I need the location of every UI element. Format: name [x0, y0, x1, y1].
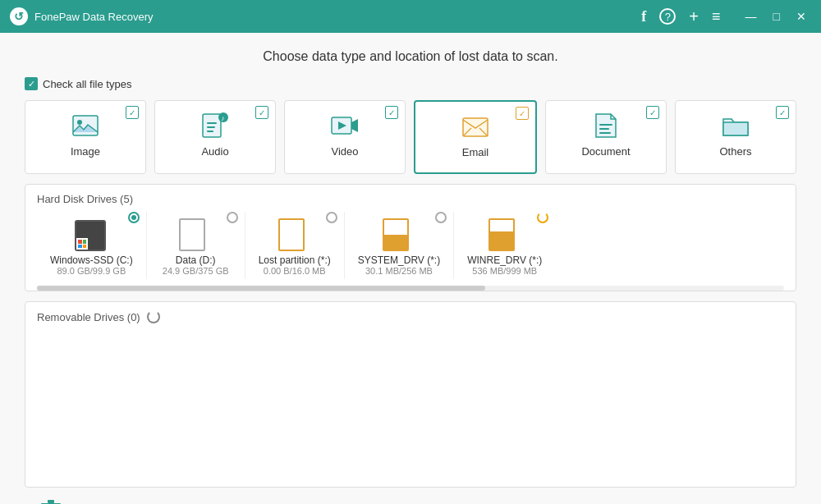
removable-drives-title: Removable Drives (0) — [37, 310, 784, 323]
svg-rect-2 — [203, 114, 221, 137]
svg-point-1 — [77, 120, 82, 125]
title-bar: FonePaw Data Recovery f ? + ≡ — □ ✕ — [0, 0, 821, 33]
recycle-bin-item[interactable]: Recycle Bin — [25, 500, 76, 504]
document-checkbox[interactable]: ✓ — [646, 106, 659, 119]
refresh-icon[interactable] — [147, 310, 160, 323]
svg-rect-5 — [207, 122, 217, 124]
others-icon — [721, 111, 750, 140]
close-button[interactable]: ✕ — [791, 8, 811, 25]
drive-sys-name: SYSTEM_DRV (*:) — [358, 254, 440, 266]
page-title: Choose data type and location of lost da… — [25, 49, 796, 64]
audio-label: Audio — [201, 145, 228, 158]
hard-disk-title: Hard Disk Drives (5) — [37, 193, 784, 205]
email-label: Email — [462, 146, 489, 158]
drive-d-radio[interactable] — [227, 212, 238, 223]
video-icon — [330, 111, 360, 140]
menu-icon[interactable]: ≡ — [712, 8, 721, 25]
main-content: Choose data type and location of lost da… — [0, 33, 821, 504]
svg-text:♪: ♪ — [221, 114, 225, 122]
svg-rect-17 — [723, 122, 748, 135]
image-label: Image — [71, 145, 100, 158]
drive-d-name: Data (D:) — [176, 254, 216, 266]
email-checkbox[interactable]: ✓ — [516, 107, 529, 120]
drive-d[interactable]: Data (D:) 24.9 GB/375 GB — [147, 212, 245, 279]
svg-rect-14 — [599, 124, 612, 126]
drive-c[interactable]: Windows-SSD (C:) 89.0 GB/99.9 GB — [37, 212, 147, 279]
svg-rect-6 — [207, 126, 215, 128]
check-all-checkbox[interactable] — [25, 77, 38, 90]
others-checkbox[interactable]: ✓ — [776, 106, 789, 119]
drive-sys-size: 30.1 MB/256 MB — [365, 266, 433, 276]
check-all-row[interactable]: Check all file types — [25, 77, 796, 90]
video-checkbox[interactable]: ✓ — [385, 106, 398, 119]
drive-winre-icon — [488, 215, 521, 251]
app-title: FonePaw Data Recovery — [34, 11, 154, 23]
file-type-others[interactable]: ✓ Others — [675, 100, 796, 174]
support-icon[interactable]: ? — [659, 8, 676, 25]
image-icon — [71, 111, 100, 140]
drive-c-radio[interactable] — [128, 212, 140, 223]
drive-sys-radio[interactable] — [435, 212, 447, 223]
document-icon — [591, 111, 621, 140]
plus-icon[interactable]: + — [689, 7, 699, 26]
removable-drives-section: Removable Drives (0) — [25, 301, 796, 488]
minimize-button[interactable]: — — [741, 8, 762, 25]
drive-winre-radio[interactable] — [537, 212, 548, 223]
document-label: Document — [581, 145, 630, 158]
drive-lost-size: 0.00 B/16.0 MB — [264, 266, 326, 276]
drive-sys-icon — [383, 215, 415, 251]
drive-d-icon — [179, 215, 212, 251]
video-label: Video — [331, 145, 358, 158]
svg-rect-20 — [48, 500, 54, 503]
file-type-email[interactable]: ✓ Email — [414, 100, 537, 174]
svg-rect-15 — [599, 128, 609, 130]
recycle-bin-icon — [41, 500, 61, 504]
check-all-label: Check all file types — [43, 78, 131, 90]
file-type-document[interactable]: ✓ Document — [545, 100, 667, 174]
title-bar-left: FonePaw Data Recovery — [10, 7, 154, 25]
hard-disk-section: Hard Disk Drives (5) Windows-SSD — [25, 184, 796, 291]
svg-rect-11 — [463, 118, 488, 136]
drive-lost[interactable]: Lost partition (*:) 0.00 B/16.0 MB — [245, 212, 345, 279]
drive-winre[interactable]: WINRE_DRV (*:) 536 MB/999 MB — [454, 212, 555, 279]
drive-winre-size: 536 MB/999 MB — [472, 266, 537, 276]
file-type-audio[interactable]: ✓ ♪ Audio — [154, 100, 276, 174]
drive-c-name: Windows-SSD (C:) — [50, 254, 133, 266]
audio-checkbox[interactable]: ✓ — [255, 106, 268, 119]
others-label: Others — [719, 145, 751, 158]
drives-list: Windows-SSD (C:) 89.0 GB/99.9 GB Data (D… — [37, 212, 784, 282]
svg-marker-9 — [351, 119, 358, 132]
email-icon — [461, 112, 490, 141]
file-type-image[interactable]: ✓ Image — [25, 100, 146, 174]
drive-lost-icon — [278, 215, 311, 251]
facebook-icon[interactable]: f — [641, 8, 646, 25]
drive-winre-name: WINRE_DRV (*:) — [467, 254, 542, 266]
drive-c-icon — [75, 215, 108, 251]
drive-lost-name: Lost partition (*:) — [259, 254, 331, 266]
svg-rect-0 — [73, 116, 98, 135]
file-types-grid: ✓ Image ✓ ♪ Audio ✓ — [25, 100, 796, 174]
svg-rect-16 — [599, 132, 611, 134]
title-bar-right: f ? + ≡ — □ ✕ — [641, 7, 811, 26]
image-checkbox[interactable]: ✓ — [126, 106, 139, 119]
drive-sys[interactable]: SYSTEM_DRV (*:) 30.1 MB/256 MB — [345, 212, 454, 279]
window-controls: — □ ✕ — [741, 8, 811, 25]
maximize-button[interactable]: □ — [768, 8, 785, 25]
audio-icon: ♪ — [200, 111, 230, 140]
drive-d-size: 24.9 GB/375 GB — [163, 266, 229, 276]
file-type-video[interactable]: ✓ Video — [284, 100, 406, 174]
app-logo — [10, 7, 28, 25]
drive-lost-radio[interactable] — [326, 212, 337, 223]
svg-rect-7 — [207, 131, 213, 132]
drive-c-size: 89.0 GB/99.9 GB — [57, 266, 126, 276]
